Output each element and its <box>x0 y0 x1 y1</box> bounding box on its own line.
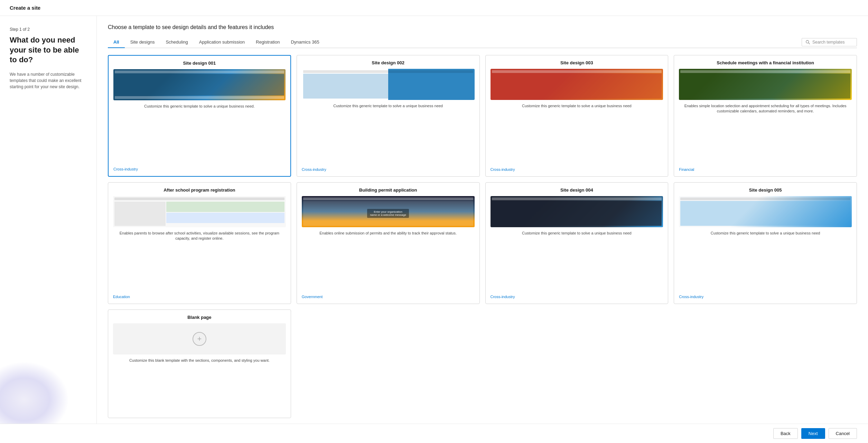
plus-circle-icon: + <box>193 332 206 346</box>
template-preview-002 <box>302 69 475 100</box>
template-tag-002: Cross-industry <box>302 167 475 172</box>
search-icon <box>805 40 810 45</box>
template-desc-blank: Customize this blank template with the s… <box>113 358 286 363</box>
template-tag-building: Government <box>302 295 475 299</box>
template-desc-004: Customize this generic template to solve… <box>491 231 663 236</box>
tabs-bar: All Site designs Scheduling Application … <box>108 37 857 48</box>
template-desc-003: Customize this generic template to solve… <box>491 103 663 109</box>
template-title-002: Site design 002 <box>302 60 475 65</box>
template-preview-building: Enter your organizationname or a welcome… <box>302 196 475 227</box>
template-card-building-permit[interactable]: Building permit application Enter your o… <box>297 182 480 304</box>
tab-all[interactable]: All <box>108 37 125 48</box>
template-preview-blank: + <box>113 323 286 354</box>
template-preview-003 <box>491 69 663 100</box>
content-header-title: Choose a template to see design details … <box>108 24 857 30</box>
template-card-schedule-meetings[interactable]: Schedule meetings with a financial insti… <box>674 55 857 177</box>
footer: Back Next Cancel <box>0 424 868 443</box>
next-button[interactable]: Next <box>801 428 825 439</box>
sidebar-description: We have a number of customizable templat… <box>10 71 87 90</box>
back-button[interactable]: Back <box>773 428 798 439</box>
top-bar: Create a site <box>0 0 868 16</box>
template-card-site-design-005[interactable]: Site design 005 Customize this generic t… <box>674 182 857 304</box>
step-indicator: Step 1 of 2 <box>10 27 87 32</box>
tab-registration[interactable]: Registration <box>250 37 285 48</box>
template-desc-building: Enables online submission of permits and… <box>302 231 475 236</box>
template-title-001: Site design 001 <box>113 61 286 66</box>
template-card-site-design-003[interactable]: Site design 003 Customize this generic t… <box>485 55 669 177</box>
template-card-blank-page[interactable]: Blank page + Customize this blank templa… <box>108 310 291 418</box>
sidebar: Step 1 of 2 What do you need your site t… <box>0 16 97 424</box>
template-desc-002: Customize this generic template to solve… <box>302 103 475 109</box>
templates-grid: Site design 001 Customize this generic t… <box>108 55 857 424</box>
cancel-button[interactable]: Cancel <box>829 428 857 439</box>
template-tag-schedule: Financial <box>679 167 852 172</box>
template-title-003: Site design 003 <box>491 60 663 65</box>
tab-dynamics-365[interactable]: Dynamics 365 <box>285 37 325 48</box>
template-preview-after-school <box>113 196 286 227</box>
template-tag-003: Cross-industry <box>491 167 663 172</box>
template-desc-005: Customize this generic template to solve… <box>679 231 852 236</box>
template-title-blank: Blank page <box>113 315 286 320</box>
template-desc-after-school: Enables parents to browse after school a… <box>113 231 286 241</box>
sidebar-decoration <box>0 361 69 424</box>
template-title-005: Site design 005 <box>679 187 852 193</box>
template-card-after-school[interactable]: After school program registration <box>108 182 291 304</box>
template-tag-after-school: Education <box>113 295 286 299</box>
template-desc-001: Customize this generic template to solve… <box>113 104 286 109</box>
template-card-site-design-004[interactable]: Site design 004 Customize this generic t… <box>485 182 669 304</box>
template-title-004: Site design 004 <box>491 187 663 193</box>
template-tag-001: Cross-industry <box>113 167 286 171</box>
template-preview-004 <box>491 196 663 227</box>
template-preview-schedule <box>679 69 852 100</box>
sidebar-title: What do you need your site to be able to… <box>10 35 87 65</box>
top-bar-title: Create a site <box>10 5 40 11</box>
template-tag-005: Cross-industry <box>679 295 852 299</box>
template-card-site-design-001[interactable]: Site design 001 Customize this generic t… <box>108 55 291 177</box>
search-box[interactable]: Search templates <box>802 38 857 46</box>
template-preview-001 <box>113 69 286 100</box>
content-area: Choose a template to see design details … <box>97 16 868 424</box>
tab-application-submission[interactable]: Application submission <box>194 37 250 48</box>
search-placeholder: Search templates <box>812 40 844 45</box>
template-preview-005 <box>679 196 852 227</box>
template-title-after-school: After school program registration <box>113 187 286 193</box>
template-title-building: Building permit application <box>302 187 475 193</box>
template-desc-schedule: Enables simple location selection and ap… <box>679 103 852 114</box>
svg-line-1 <box>809 43 810 44</box>
template-card-site-design-002[interactable]: Site design 002 Customize this generic t… <box>297 55 480 177</box>
template-title-schedule: Schedule meetings with a financial insti… <box>679 60 852 65</box>
template-tag-004: Cross-industry <box>491 295 663 299</box>
tab-site-designs[interactable]: Site designs <box>125 37 160 48</box>
tab-scheduling[interactable]: Scheduling <box>160 37 193 48</box>
